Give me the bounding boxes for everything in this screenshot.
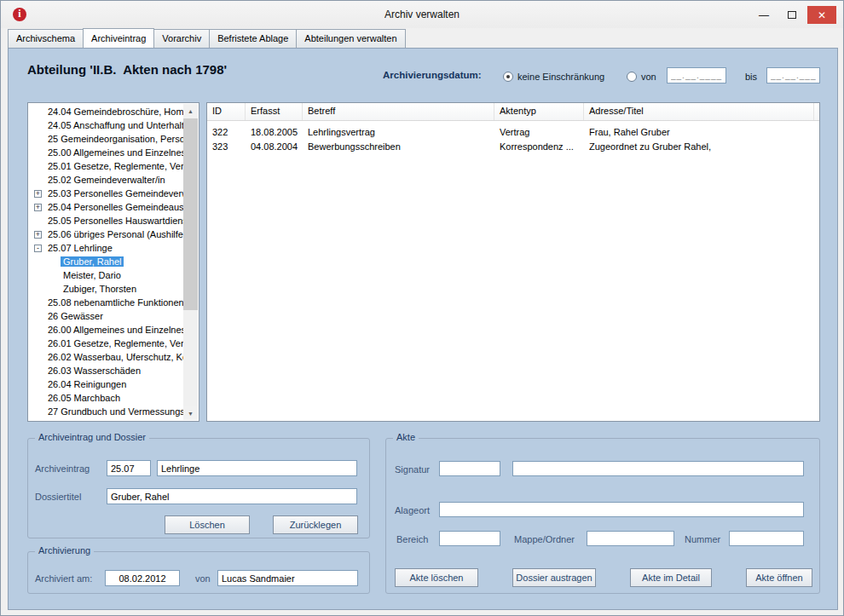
tab-befristete-ablage[interactable]: Befristete Ablage	[209, 29, 297, 48]
table-cell: 323	[207, 140, 246, 154]
signatur-input-1[interactable]	[439, 461, 500, 476]
maximize-button[interactable]	[779, 6, 805, 24]
column-header-adresse-titel[interactable]: Adresse/Titel	[584, 103, 814, 120]
tree-item[interactable]: 24.04 Gemeindebroschüre, Homepa	[29, 105, 183, 118]
column-header-betreff[interactable]: Betreff	[303, 103, 494, 120]
group-archivierung: Archivierung Archiviert am: von	[27, 551, 370, 594]
tree-scrollbar[interactable]: ▲ ▼	[183, 104, 198, 420]
tree-item[interactable]: 26.05 Marchbach	[29, 391, 183, 405]
tree-item-label[interactable]: 24.05 Anschaffung und Unterhalt vo	[45, 120, 183, 130]
tree-item[interactable]: 27 Grundbuch und Vermessungswes	[29, 405, 183, 418]
tree-item-label[interactable]: 25 Gemeindeorganisation, Personal	[45, 134, 183, 144]
tree-item[interactable]: Zubiger, Thorsten	[29, 282, 183, 296]
tree-item[interactable]: 26.02 Wasserbau, Uferschutz, Korre	[29, 350, 183, 364]
akte-öffnen-button[interactable]: Akte öffnen	[746, 568, 812, 587]
scroll-down-icon[interactable]: ▼	[183, 406, 198, 420]
tree-item-label[interactable]: Gruber, Rahel	[61, 256, 124, 267]
zuruecklegen-button[interactable]: Zurücklegen	[273, 515, 358, 534]
tree-item[interactable]: 26.03 Wasserschäden	[29, 364, 183, 377]
tree-item-label[interactable]: 25.01 Gesetze, Reglemente, Verordr	[45, 161, 183, 171]
tree-item[interactable]: 26 Gewässer	[29, 309, 183, 323]
tree-item[interactable]: 26.04 Reinigungen	[29, 377, 183, 391]
archiveintrag-name-input[interactable]	[157, 460, 357, 476]
expand-icon[interactable]: +	[34, 190, 42, 198]
table-row[interactable]: 32218.08.2005LehrlingsvertragVertragFrau…	[207, 125, 819, 140]
collapse-icon[interactable]: -	[34, 245, 42, 252]
akte-buttons: Akte löschenDossier austragenAkte im Det…	[395, 568, 812, 587]
tree-item-label[interactable]: 27 Grundbuch und Vermessungswes	[45, 406, 183, 417]
tree-item[interactable]: 24.05 Anschaffung und Unterhalt vo	[29, 118, 183, 132]
scroll-up-icon[interactable]: ▲	[183, 104, 198, 118]
tree-item[interactable]: 25.00 Allgemeines und Einzelnes	[29, 146, 183, 159]
maximize-icon	[788, 11, 796, 19]
archiviert-von-input[interactable]	[217, 570, 358, 586]
tree-item-label[interactable]: 25.03 Personelles Gemeindeverwaltu	[45, 188, 183, 199]
tree-item[interactable]: 25.08 nebenamtliche Funktionen	[29, 296, 183, 309]
von-date-input[interactable]	[667, 67, 726, 83]
tree-item[interactable]: +25.03 Personelles Gemeindeverwaltu	[29, 187, 183, 200]
tree-item[interactable]: 26.01 Gesetze, Reglemente, Verordr	[29, 337, 183, 350]
dossier-austragen-button[interactable]: Dossier austragen	[512, 568, 596, 587]
dossiertitel-input[interactable]	[107, 488, 357, 504]
tree-item-label[interactable]: 24.04 Gemeindebroschüre, Homepa	[45, 107, 183, 117]
tab-vorarchiv[interactable]: Vorarchiv	[153, 29, 210, 48]
tree-item-label[interactable]: 26.05 Marchbach	[45, 393, 123, 403]
archiviert-am-input[interactable]	[105, 570, 180, 586]
tree-item-label[interactable]: 25.04 Personelles Gemeindeaussend	[45, 202, 183, 212]
tree-item-label[interactable]: Zubiger, Thorsten	[61, 284, 139, 294]
tree-item-label[interactable]: 26.01 Gesetze, Reglemente, Verordr	[45, 338, 183, 348]
tree-item-label[interactable]: 25.06 übriges Personal (Aushilfen, R	[45, 229, 183, 239]
tree-item[interactable]: Gruber, Rahel	[29, 255, 183, 268]
expand-icon[interactable]: +	[34, 204, 42, 211]
bis-date-input[interactable]	[766, 67, 820, 83]
tree-item[interactable]: 25 Gemeindeorganisation, Personal	[29, 132, 183, 146]
tree-item-label[interactable]: 26 Gewässer	[45, 311, 106, 321]
column-header-aktentyp[interactable]: Aktentyp	[494, 103, 584, 120]
tree-item[interactable]: Meister, Dario	[29, 268, 183, 282]
close-button[interactable]: ✕	[807, 6, 836, 24]
app-window: i Archiv verwalten — ✕ ArchivschemaArchi…	[0, 0, 844, 616]
tree-item-label[interactable]: 25.08 nebenamtliche Funktionen	[45, 297, 183, 308]
tree-item-label[interactable]: 26.04 Reinigungen	[45, 379, 129, 389]
tree-item-label[interactable]: 26.03 Wasserschäden	[45, 366, 143, 376]
column-header-erfasst[interactable]: Erfasst	[246, 103, 303, 120]
radio-von[interactable]	[627, 72, 637, 82]
tree-item[interactable]: 25.01 Gesetze, Reglemente, Verordr	[29, 159, 183, 173]
mappe-ordner-input[interactable]	[587, 531, 674, 546]
tree-item[interactable]: 26.00 Allgemeines und Einzelnes	[29, 323, 183, 337]
tab-archiveintrag[interactable]: Archiveintrag	[83, 28, 154, 48]
akte-im-detail-button[interactable]: Akte im Detail	[630, 568, 712, 587]
archiveintrag-number-input[interactable]	[107, 460, 151, 476]
tree-item[interactable]: 25.05 Personelles Hauswartdienst	[29, 214, 183, 227]
ablageort-input[interactable]	[439, 502, 804, 517]
radio-keine-einschraenkung-label[interactable]: keine Einschränkung	[517, 72, 604, 82]
tree-item-label[interactable]: 26.02 Wasserbau, Uferschutz, Korre	[45, 352, 183, 362]
radio-keine-einschraenkung[interactable]	[503, 72, 513, 82]
loeschen-button[interactable]: Löschen	[165, 515, 250, 534]
expand-icon[interactable]: +	[34, 231, 42, 239]
table-row[interactable]: 32304.08.2004BewerbungsschreibenKorrespo…	[207, 140, 819, 154]
tree-item-label[interactable]: 25.00 Allgemeines und Einzelnes	[45, 147, 183, 158]
archive-tree: 24.04 Gemeindebroschüre, Homepa24.05 Ans…	[27, 102, 199, 422]
column-header-id[interactable]: ID	[207, 103, 246, 120]
signatur-label: Signatur	[395, 464, 430, 475]
list-body: 32218.08.2005LehrlingsvertragVertragFrau…	[207, 122, 819, 421]
tree-item-label[interactable]: 26.00 Allgemeines und Einzelnes	[45, 325, 183, 335]
tree-item[interactable]: 25.02 Gemeindeverwalter/in	[29, 173, 183, 187]
tree-item[interactable]: +25.06 übriges Personal (Aushilfen, R	[29, 227, 183, 241]
scroll-thumb[interactable]	[183, 118, 198, 310]
tree-item[interactable]: -25.07 Lehrlinge	[29, 241, 183, 255]
tree-item-label[interactable]: 25.02 Gemeindeverwalter/in	[45, 175, 168, 185]
tree-item-label[interactable]: Meister, Dario	[61, 270, 124, 280]
tree-item[interactable]: +25.04 Personelles Gemeindeaussend	[29, 200, 183, 214]
tab-archivschema[interactable]: Archivschema	[8, 29, 84, 48]
tree-item-label[interactable]: 25.05 Personelles Hauswartdienst	[45, 216, 183, 226]
radio-von-label[interactable]: von	[641, 72, 656, 82]
nummer-input[interactable]	[729, 531, 804, 546]
tab-abteilungen-verwalten[interactable]: Abteilungen verwalten	[296, 29, 405, 48]
bereich-input[interactable]	[439, 531, 500, 546]
signatur-input-2[interactable]	[512, 461, 804, 476]
akte-löschen-button[interactable]: Akte löschen	[395, 568, 478, 587]
minimize-button[interactable]: —	[751, 6, 777, 24]
tree-item-label[interactable]: 25.07 Lehrlinge	[45, 243, 115, 253]
